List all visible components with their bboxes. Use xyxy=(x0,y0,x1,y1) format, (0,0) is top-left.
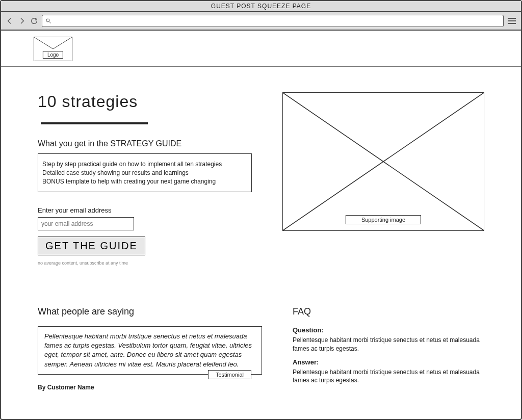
back-icon[interactable] xyxy=(5,16,14,25)
benefit-item: Step by step practical guide on how to i… xyxy=(42,161,247,168)
email-field[interactable] xyxy=(38,217,134,230)
faq-question-text: Pellentesque habitant morbi tristique se… xyxy=(293,336,484,353)
reload-icon[interactable] xyxy=(30,16,39,25)
svg-point-0 xyxy=(46,19,49,22)
headline-blank xyxy=(41,119,148,124)
search-icon xyxy=(45,18,51,24)
testimonial-tag: Testimonial xyxy=(208,370,251,379)
faq-heading: FAQ xyxy=(293,306,484,317)
email-label: Enter your email address xyxy=(38,206,252,214)
testimonial-box: Pellentesque habitant morbi tristique se… xyxy=(38,326,262,375)
address-bar[interactable] xyxy=(42,15,504,27)
benefit-item: Detailed case study showing our results … xyxy=(42,169,247,176)
benefit-item: BONUS template to help with creating you… xyxy=(42,178,247,185)
logo-label: Logo xyxy=(43,51,63,59)
testimonial-byline: By Customer Name xyxy=(38,384,262,391)
faq-answer-label: Answer: xyxy=(293,358,484,366)
fineprint: no average content, unsubscribe at any t… xyxy=(38,260,170,266)
address-input[interactable] xyxy=(54,17,500,25)
image-caption: Supporting image xyxy=(346,215,421,224)
menu-icon[interactable] xyxy=(507,17,517,25)
testimonial-text: Pellentesque habitant morbi tristique se… xyxy=(44,332,255,369)
supporting-image-placeholder: Supporting image xyxy=(282,92,484,231)
faq-answer-text: Pellentesque habitant morbi tristique se… xyxy=(293,368,484,385)
benefits-box: Step by step practical guide on how to i… xyxy=(38,153,252,192)
forward-icon[interactable] xyxy=(17,16,27,25)
browser-toolbar xyxy=(1,12,521,31)
logo-placeholder: Logo xyxy=(34,37,72,61)
faq-question-label: Question: xyxy=(293,326,484,334)
get-guide-button[interactable]: GET THE GUIDE xyxy=(38,237,145,255)
browser-window: GUEST POST SQUEEZE PAGE Logo xyxy=(0,0,522,420)
page-headline: 10 strategies xyxy=(38,92,252,130)
window-title: GUEST POST SQUEEZE PAGE xyxy=(1,1,521,12)
page-content: Logo 10 strategies What you get in the S… xyxy=(1,31,521,419)
headline-text: 10 strategies xyxy=(38,92,138,111)
subheading: What you get in the STRATEGY GUIDE xyxy=(38,139,252,148)
social-proof-heading: What people are saying xyxy=(38,306,262,317)
